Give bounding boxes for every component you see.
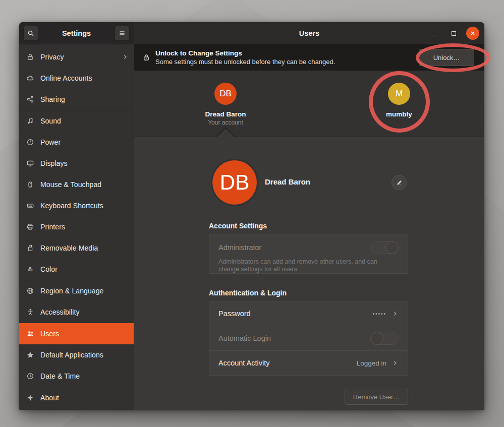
user-name: Dread Baron [188,110,263,118]
sidebar-item-users[interactable]: Users [19,323,134,344]
close-button[interactable] [466,27,479,40]
minimize-button[interactable] [428,27,441,40]
user-card-mumbly[interactable]: M mumbly [361,83,437,118]
sidebar-item-label: About [40,394,129,402]
app-title: Settings [38,29,115,37]
user-carousel: DB Dread Baron Your account M mumbly [134,71,484,137]
password-label: Password [218,310,372,318]
close-icon [469,30,476,37]
sidebar-item-label: Displays [40,159,129,167]
pencil-icon [396,179,403,187]
sidebar-item-color[interactable]: Color [19,259,134,280]
sidebar-item-label: Privacy [40,53,122,61]
chevron-right-icon [122,53,129,60]
sidebar-header: Settings [19,22,134,44]
color-circles-icon [26,265,34,273]
sidebar-list: Privacy Online Accounts Sharing Sound Po… [19,44,134,408]
sidebar-item-printers[interactable]: Printers [19,216,134,237]
search-button[interactable] [23,26,38,41]
display-icon [26,159,34,167]
maximize-button[interactable] [447,27,460,40]
sidebar-item-removable-media[interactable]: Removable Media [19,237,134,259]
keyboard-icon [26,202,34,210]
sidebar-item-label: Power [40,138,129,146]
sidebar-item-online-accounts[interactable]: Online Accounts [19,68,134,89]
administrator-toggle[interactable] [370,241,399,254]
sidebar-item-keyboard-shortcuts[interactable]: Keyboard Shortcuts [19,195,134,216]
lock-icon [142,53,150,62]
sidebar-item-sharing[interactable]: Sharing [19,89,134,110]
sidebar-item-privacy[interactable]: Privacy [19,46,134,68]
sidebar-item-date-time[interactable]: Date & Time [19,365,134,387]
sidebar-item-label: Region & Language [40,287,129,295]
sidebar-item-about[interactable]: About [19,387,134,408]
headerbar: Users [134,22,484,44]
sidebar-item-label: Online Accounts [40,74,129,82]
sidebar-item-accessibility[interactable]: Accessibility [19,301,134,323]
sidebar-item-label: Sound [40,117,129,125]
cloud-icon [26,74,34,82]
mouse-icon [26,180,34,189]
administrator-label: Administrator [218,243,261,252]
sidebar-item-power[interactable]: Power [19,132,134,153]
music-note-icon [26,117,34,125]
automatic-login-row: Automatic Login [209,326,408,350]
search-icon [27,29,35,37]
minimize-icon [432,35,437,35]
sidebar-item-label: Color [40,265,129,273]
avatar: DB [214,83,237,105]
maximize-icon [452,31,456,36]
remove-user-button[interactable]: Remove User… [345,389,408,405]
account-activity-label: Account Activity [218,359,357,367]
avatar-initials: DB [219,89,232,99]
automatic-login-toggle[interactable] [370,332,399,345]
password-row[interactable]: Password ••••• [209,301,408,326]
sidebar-item-default-applications[interactable]: Default Applications [19,344,134,365]
authentication-heading: Authentication & Login [209,289,287,297]
account-activity-value: Logged in [357,359,386,367]
your-account-label: Your account [188,119,263,126]
share-icon [26,95,34,103]
sidebar-item-label: Date & Time [40,372,129,380]
unlock-banner-subtitle: Some settings must be unlocked before th… [155,57,419,66]
unlock-banner-text: Unlock to Change Settings Some settings … [155,49,419,66]
edit-name-button[interactable] [391,175,407,190]
user-avatar-button[interactable]: DB [212,160,257,205]
users-icon [26,330,34,338]
toggle-knob [370,332,383,345]
sidebar-item-label: Default Applications [40,351,129,359]
administrator-description: Administrators can add and remove other … [218,258,385,273]
unlock-button[interactable]: Unlock… [419,49,474,66]
sidebar-item-label: Mouse & Touchpad [40,180,129,189]
sidebar: Settings Privacy Online Accounts Sharing… [19,22,134,410]
hamburger-icon [118,29,126,37]
selected-user-pointer [216,129,235,137]
sidebar-item-sound[interactable]: Sound [19,110,134,132]
avatar-initials: M [396,89,403,99]
toggle-knob [385,241,399,254]
settings-window: Settings Privacy Online Accounts Sharing… [19,22,484,410]
sidebar-item-label: Keyboard Shortcuts [40,202,129,210]
sidebar-item-mouse-touchpad[interactable]: Mouse & Touchpad [19,174,134,195]
sidebar-item-label: Users [40,330,129,338]
chevron-right-icon [391,310,399,317]
account-settings-heading: Account Settings [209,222,267,230]
unlock-banner-title: Unlock to Change Settings [155,49,419,57]
account-settings-card: Administrator Administrators can add and… [209,234,408,274]
avatar-initials: DB [220,170,249,195]
user-name: mumbly [361,110,437,118]
menu-button[interactable] [115,26,130,41]
sidebar-item-label: Printers [40,223,129,231]
user-card-dread-baron[interactable]: DB Dread Baron Your account [188,83,263,126]
usb-drive-icon [26,244,34,252]
account-activity-row[interactable]: Account Activity Logged in [209,350,408,375]
accessibility-icon [26,308,34,316]
sidebar-item-displays[interactable]: Displays [19,153,134,174]
unlock-banner: Unlock to Change Settings Some settings … [134,44,484,71]
globe-icon [26,287,34,295]
lock-icon [26,53,34,61]
automatic-login-label: Automatic Login [218,334,370,342]
sidebar-item-region-language[interactable]: Region & Language [19,280,134,301]
sidebar-item-label: Sharing [40,95,129,103]
clock-icon [26,372,34,380]
